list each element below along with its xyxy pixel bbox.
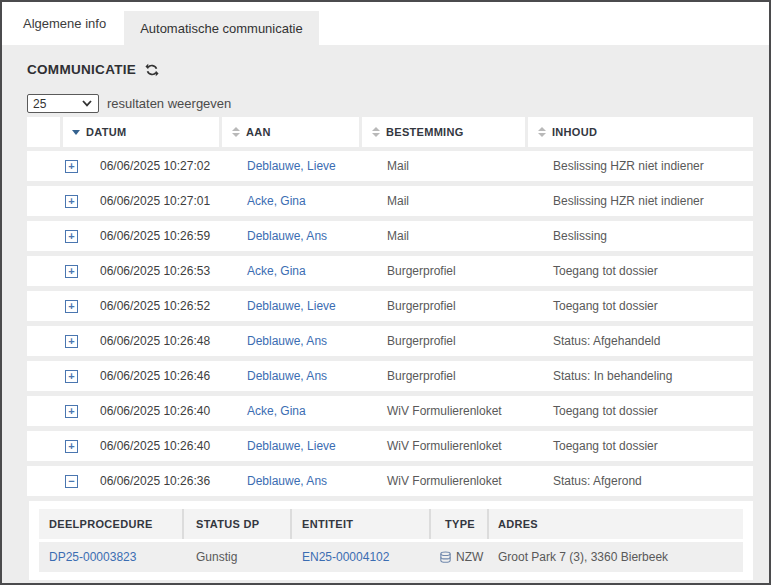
communication-window: Algemene info Automatische communicatie … [0,0,771,585]
bestemming-cell: WiV Formulierenloket [377,474,543,488]
expand-cell: + [27,300,78,313]
table-row[interactable]: + 06/06/2025 10:26:59 Deblauwe, Ans Mail… [27,221,753,251]
column-header-datum[interactable]: DATUM [63,117,222,147]
datum-cell: 06/06/2025 10:27:02 [78,159,237,173]
expand-toggle-icon[interactable]: + [65,300,78,313]
table-row[interactable]: + 06/06/2025 10:26:52 Deblauwe, Lieve Bu… [27,291,753,321]
expand-toggle-icon[interactable]: + [65,405,78,418]
expand-toggle-icon[interactable]: + [65,370,78,383]
table-row[interactable]: + 06/06/2025 10:26:40 Deblauwe, Lieve Wi… [27,431,753,461]
recipient-link[interactable]: Deblauwe, Ans [247,229,327,243]
expand-toggle-icon[interactable]: + [65,265,78,278]
bestemming-cell: Burgerprofiel [377,264,543,278]
recipient-link[interactable]: Acke, Gina [247,404,306,418]
sort-both-icon [372,127,380,137]
inhoud-cell: Toegang tot dossier [543,439,753,453]
expand-cell: + [27,160,78,173]
table-row[interactable]: + 06/06/2025 10:27:02 Deblauwe, Lieve Ma… [27,151,753,181]
recipient-link[interactable]: Deblauwe, Lieve [247,299,336,313]
bestemming-cell: WiV Formulierenloket [377,439,543,453]
table-row[interactable]: − 06/06/2025 10:26:36 Deblauwe, Ans WiV … [27,466,753,496]
column-header-inhoud[interactable]: INHOUD [528,117,753,147]
refresh-icon[interactable] [145,63,159,77]
column-header-bestemming[interactable]: BESTEMMING [362,117,528,147]
column-header-aan[interactable]: AAN [222,117,362,147]
datum-cell: 06/06/2025 10:26:46 [78,369,237,383]
bestemming-cell: Burgerprofiel [377,299,543,313]
expand-cell: + [27,405,78,418]
datum-cell: 06/06/2025 10:26:48 [78,334,237,348]
deelprocedure-link[interactable]: DP25-00003823 [49,550,136,564]
recipient-link[interactable]: Deblauwe, Ans [247,334,327,348]
table-row[interactable]: + 06/06/2025 10:27:01 Acke, Gina Mail Be… [27,186,753,216]
adres-cell: Groot Park 7 (3), 3360 Bierbeek [489,550,743,564]
section-title: COMMUNICATIE [27,62,136,77]
inhoud-cell: Status: Afgehandeld [543,334,753,348]
aan-cell: Acke, Gina [237,194,377,208]
expand-cell: + [27,370,78,383]
sort-both-icon [232,127,240,137]
detail-column-type: TYPE [431,509,489,539]
datum-cell: 06/06/2025 10:26:59 [78,229,237,243]
expand-cell: − [27,475,78,488]
recipient-link[interactable]: Deblauwe, Lieve [247,439,336,453]
aan-cell: Deblauwe, Ans [237,474,377,488]
expand-cell: + [27,335,78,348]
inhoud-cell: Toegang tot dossier [543,299,753,313]
results-count-select[interactable]: 25 [27,94,99,113]
recipient-link[interactable]: Deblauwe, Ans [247,474,327,488]
inhoud-cell: Status: In behandeling [543,369,753,383]
expand-toggle-icon[interactable]: + [65,335,78,348]
results-count-value: 25 [33,97,46,111]
tab-label: Algemene info [23,16,106,31]
bestemming-cell: Mail [377,159,543,173]
entiteit-link[interactable]: EN25-00004102 [302,550,389,564]
entity-type-stack-icon [439,551,452,564]
tab-bar: Algemene info Automatische communicatie [2,2,769,45]
recipient-link[interactable]: Deblauwe, Lieve [247,159,336,173]
inhoud-cell: Toegang tot dossier [543,264,753,278]
aan-cell: Deblauwe, Ans [237,334,377,348]
inhoud-cell: Toegang tot dossier [543,404,753,418]
tab-label: Automatische communicatie [140,21,303,36]
inhoud-cell: Beslissing [543,229,753,243]
bestemming-cell: Burgerprofiel [377,369,543,383]
expand-toggle-icon[interactable]: + [65,440,78,453]
expand-toggle-icon[interactable]: − [65,475,78,488]
aan-cell: Deblauwe, Ans [237,229,377,243]
expanded-row-detail: DEELPROCEDURE STATUS DP ENTITEIT TYPE AD… [29,501,753,580]
status-dp-cell: Gunstig [184,550,292,564]
aan-cell: Deblauwe, Lieve [237,439,377,453]
recipient-link[interactable]: Acke, Gina [247,264,306,278]
detail-table-row: DP25-00003823 Gunstig EN25-00004102 NZW [39,542,743,572]
tab-automatische-communicatie[interactable]: Automatische communicatie [124,11,319,45]
inhoud-cell: Status: Afgerond [543,474,753,488]
expand-cell: + [27,230,78,243]
table-row[interactable]: + 06/06/2025 10:26:53 Acke, Gina Burgerp… [27,256,753,286]
expand-cell: + [27,195,78,208]
recipient-link[interactable]: Deblauwe, Ans [247,369,327,383]
column-label: INHOUD [552,126,597,138]
expand-toggle-icon[interactable]: + [65,160,78,173]
inhoud-cell: Beslissing HZR niet indiener [543,194,753,208]
tab-content-panel: COMMUNICATIE 25 resultaten weergeven [2,45,769,583]
column-label: DATUM [86,126,126,138]
recipient-link[interactable]: Acke, Gina [247,194,306,208]
deelprocedure-cell: DP25-00003823 [39,550,184,564]
aan-cell: Deblauwe, Lieve [237,299,377,313]
chevron-down-icon [82,100,92,107]
table-row[interactable]: + 06/06/2025 10:26:46 Deblauwe, Ans Burg… [27,361,753,391]
tab-algemene-info[interactable]: Algemene info [7,2,122,45]
expand-toggle-icon[interactable]: + [65,230,78,243]
expand-toggle-icon[interactable]: + [65,195,78,208]
bestemming-cell: Burgerprofiel [377,334,543,348]
table-row[interactable]: + 06/06/2025 10:26:48 Deblauwe, Ans Burg… [27,326,753,356]
type-cell: NZW [431,550,489,564]
aan-cell: Deblauwe, Lieve [237,159,377,173]
detail-column-deelprocedure: DEELPROCEDURE [39,509,184,539]
aan-cell: Acke, Gina [237,264,377,278]
results-per-page-row: 25 resultaten weergeven [27,94,753,113]
section-header: COMMUNICATIE [27,45,753,77]
table-row[interactable]: + 06/06/2025 10:26:40 Acke, Gina WiV For… [27,396,753,426]
aan-cell: Deblauwe, Ans [237,369,377,383]
